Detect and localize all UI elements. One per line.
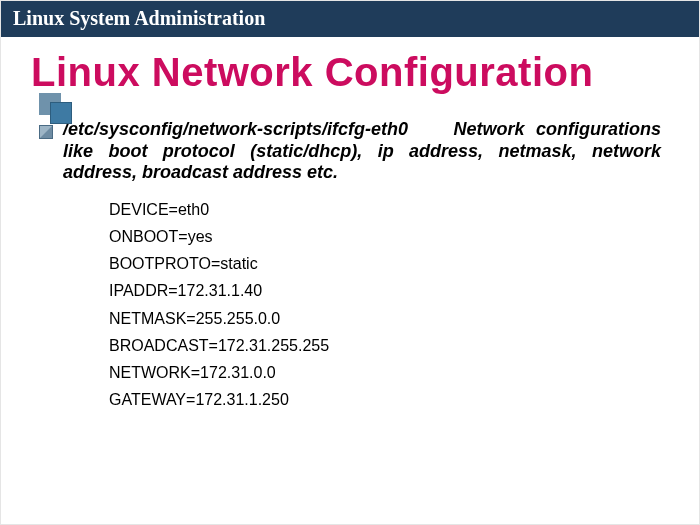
config-line: BROADCAST=172.31.255.255 <box>109 332 661 359</box>
header-bar: Linux System Administration <box>1 1 699 37</box>
config-line: DEVICE=eth0 <box>109 196 661 223</box>
config-file-path: /etc/sysconfig/network-scripts/ifcfg-eth… <box>63 119 408 139</box>
config-line: NETMASK=255.255.0.0 <box>109 305 661 332</box>
config-line: NETWORK=172.31.0.0 <box>109 359 661 386</box>
bullet-icon <box>39 125 53 139</box>
slide-body: /etc/sysconfig/network-scripts/ifcfg-eth… <box>39 119 661 413</box>
config-list: DEVICE=eth0 ONBOOT=yes BOOTPROTO=static … <box>109 196 661 414</box>
bullet-text: /etc/sysconfig/network-scripts/ifcfg-eth… <box>63 119 661 184</box>
config-line: ONBOOT=yes <box>109 223 661 250</box>
config-line: BOOTPROTO=static <box>109 250 661 277</box>
bullet-item: /etc/sysconfig/network-scripts/ifcfg-eth… <box>39 119 661 184</box>
slide: Linux System Administration Linux Networ… <box>0 0 700 525</box>
config-line: GATEWAY=172.31.1.250 <box>109 386 661 413</box>
header-title: Linux System Administration <box>13 7 265 29</box>
slide-title: Linux Network Configuration <box>31 51 669 93</box>
title-decoration-icon <box>39 93 73 121</box>
title-area: Linux Network Configuration <box>31 51 669 93</box>
config-line: IPADDR=172.31.1.40 <box>109 277 661 304</box>
